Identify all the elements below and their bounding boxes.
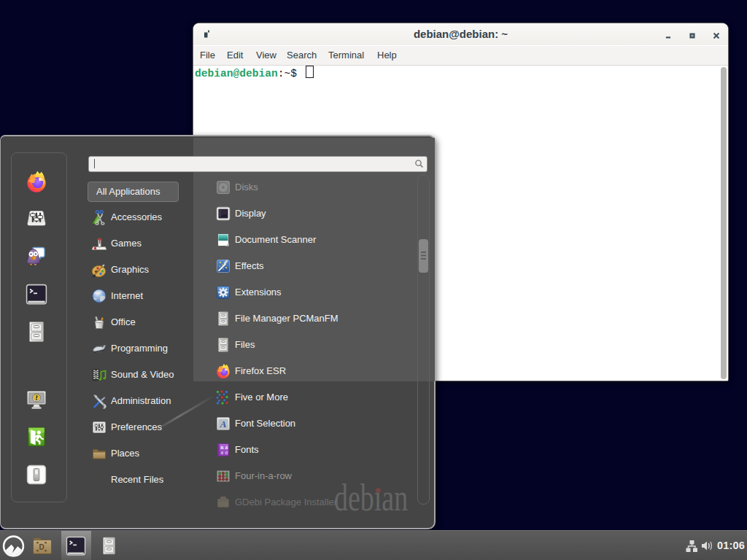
svg-text:a: a — [225, 449, 228, 456]
svg-text:A: A — [220, 419, 227, 429]
svg-text:D: D — [39, 543, 44, 551]
